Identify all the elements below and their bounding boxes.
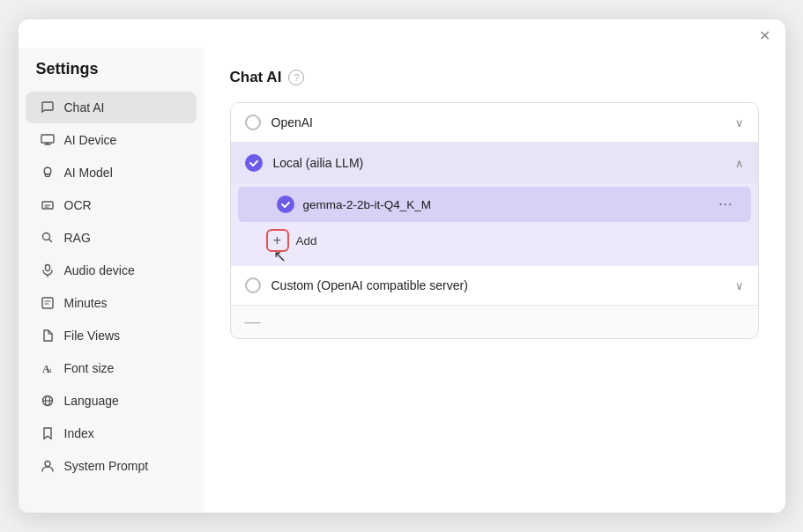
bottom-indicator: — xyxy=(231,306,758,338)
chevron-up-icon-local: ∧ xyxy=(735,157,744,170)
check-circle-gemma xyxy=(277,196,294,213)
chevron-down-icon-openai: ∨ xyxy=(735,116,744,129)
ocr-icon xyxy=(40,197,56,213)
sidebar-item-rag[interactable]: RAG xyxy=(26,222,197,254)
content-area: Settings Chat AI AI Device xyxy=(19,48,785,513)
help-icon[interactable]: ? xyxy=(288,70,304,85)
option-local[interactable]: Local (ailia LLM) ∧ xyxy=(231,143,758,183)
cursor-indicator: ↖ xyxy=(273,247,286,266)
sidebar-label-file-views: File Views xyxy=(64,329,121,343)
sidebar-item-ai-device[interactable]: AI Device xyxy=(26,124,197,156)
option-custom[interactable]: Custom (OpenAI compatible server) ∨ xyxy=(231,266,758,306)
sidebar-label-audio-device: Audio device xyxy=(64,263,135,277)
svg-point-9 xyxy=(45,462,50,467)
add-button[interactable]: + ↖ xyxy=(266,229,289,252)
sidebar-item-font-size[interactable]: A a Font size xyxy=(26,352,197,384)
more-options-button[interactable]: ··· xyxy=(715,195,736,214)
chevron-down-icon-custom: ∨ xyxy=(735,279,744,292)
sidebar-label-chat-ai: Chat AI xyxy=(64,100,105,115)
svg-rect-3 xyxy=(45,265,49,271)
search-icon xyxy=(40,230,56,246)
globe-icon xyxy=(40,393,56,409)
sidebar-item-chat-ai[interactable]: Chat AI xyxy=(26,92,197,123)
add-row[interactable]: + ↖ Add xyxy=(231,222,758,261)
radio-openai xyxy=(245,115,261,130)
user-icon xyxy=(40,458,56,474)
options-container: OpenAI ∨ Local (ailia LLM) ∧ xyxy=(230,102,759,339)
sidebar: Settings Chat AI AI Device xyxy=(19,48,204,513)
sidebar-label-system-prompt: System Prompt xyxy=(64,459,149,473)
local-sub-items: gemma-2-2b-it-Q4_K_M ··· + ↖ Add xyxy=(231,183,758,266)
sidebar-label-font-size: Font size xyxy=(64,361,115,375)
add-label: Add xyxy=(296,234,317,248)
close-button[interactable]: ✕ xyxy=(757,28,773,44)
svg-text:a: a xyxy=(48,366,52,374)
page-header: Chat AI ? xyxy=(230,69,759,86)
chat-icon xyxy=(40,100,56,115)
sidebar-item-ocr[interactable]: OCR xyxy=(26,189,197,221)
mic-icon xyxy=(40,262,56,278)
main-content: Chat AI ? OpenAI ∨ xyxy=(204,48,785,513)
monitor-icon xyxy=(40,132,56,148)
radio-custom xyxy=(245,277,261,293)
sidebar-item-minutes[interactable]: Minutes xyxy=(26,287,197,319)
option-openai[interactable]: OpenAI ∨ xyxy=(231,103,758,143)
sidebar-item-system-prompt[interactable]: System Prompt xyxy=(26,450,197,482)
font-icon: A a xyxy=(40,360,56,376)
minutes-icon xyxy=(40,295,56,311)
bulb-icon xyxy=(40,165,56,181)
sidebar-title: Settings xyxy=(19,56,204,91)
bookmark-icon xyxy=(40,425,56,441)
sidebar-item-ai-model[interactable]: AI Model xyxy=(26,157,197,188)
sidebar-label-ocr: OCR xyxy=(64,198,92,212)
title-bar: ✕ xyxy=(19,19,785,48)
sidebar-label-minutes: Minutes xyxy=(64,296,108,310)
svg-rect-0 xyxy=(41,135,54,143)
option-label-local: Local (ailia LLM) xyxy=(273,156,725,170)
check-circle-local xyxy=(245,154,263,172)
sidebar-label-rag: RAG xyxy=(64,231,91,245)
option-label-openai: OpenAI xyxy=(271,115,725,129)
settings-window: ✕ Settings Chat AI xyxy=(19,19,785,513)
option-label-custom: Custom (OpenAI compatible server) xyxy=(271,278,725,292)
sidebar-item-audio-device[interactable]: Audio device xyxy=(26,255,197,286)
sub-item-label-gemma: gemma-2-2b-it-Q4_K_M xyxy=(303,198,707,211)
file-icon xyxy=(40,328,56,344)
sidebar-label-ai-device: AI Device xyxy=(64,133,117,147)
page-title: Chat AI xyxy=(230,69,282,86)
sidebar-item-index[interactable]: Index xyxy=(26,417,197,449)
sidebar-label-language: Language xyxy=(64,394,119,408)
sidebar-item-language[interactable]: Language xyxy=(26,385,197,417)
sidebar-label-index: Index xyxy=(64,426,94,440)
sidebar-label-ai-model: AI Model xyxy=(64,166,113,180)
svg-rect-4 xyxy=(42,298,53,308)
sub-item-gemma[interactable]: gemma-2-2b-it-Q4_K_M ··· xyxy=(238,187,751,222)
sidebar-item-file-views[interactable]: File Views xyxy=(26,320,197,351)
plus-icon: + xyxy=(273,233,281,248)
